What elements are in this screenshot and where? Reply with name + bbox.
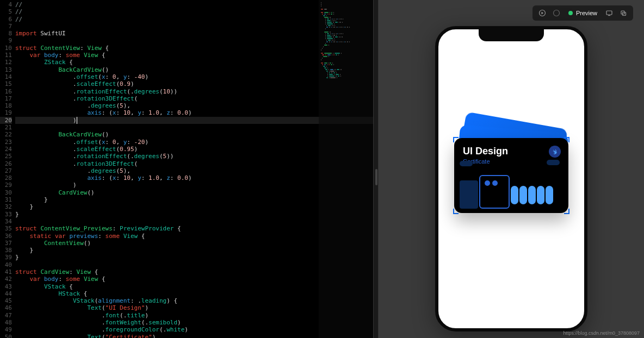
preview-pane: Preview UI Design Certificate (379, 0, 644, 338)
card-title: UI Design (463, 146, 560, 157)
split-handle[interactable] (373, 0, 379, 338)
watermark: https://blog.csdn.net/m0_37808097 (563, 330, 640, 336)
duplicate-icon[interactable] (618, 8, 629, 18)
card-illustration (454, 174, 568, 213)
preview-status: Preview (565, 10, 600, 16)
editor-pane: 4567891011121314151617181920212223242526… (0, 0, 373, 338)
status-dot-icon (568, 11, 573, 15)
front-card[interactable]: UI Design Certificate (454, 138, 568, 213)
cloud-icon (460, 161, 473, 166)
minimap[interactable] (319, 0, 373, 338)
device-preview[interactable]: UI Design Certificate (435, 26, 587, 331)
run-icon[interactable] (537, 8, 548, 18)
card-subtitle: Certificate (463, 158, 560, 165)
svg-rect-2 (606, 11, 612, 15)
swift-icon (549, 146, 561, 158)
device-notch (479, 29, 544, 41)
svg-point-1 (553, 10, 559, 16)
preview-label-text: Preview (576, 10, 597, 16)
display-icon[interactable] (604, 8, 615, 18)
preview-toolbar: Preview (532, 5, 633, 21)
stop-icon[interactable] (551, 8, 562, 18)
cloud-icon (547, 160, 560, 165)
line-number-gutter: 4567891011121314151617181920212223242526… (0, 0, 15, 338)
